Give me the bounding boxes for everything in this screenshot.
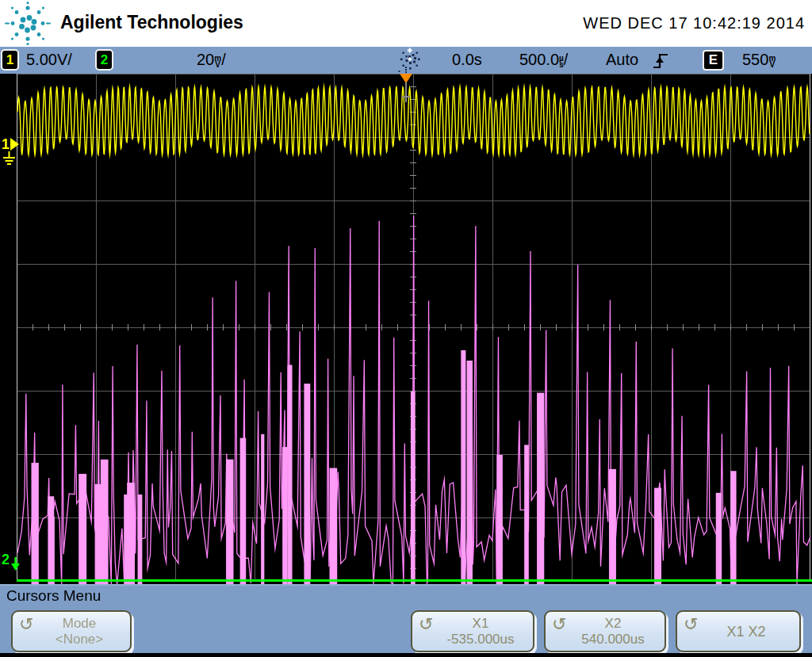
timebase-scale: 500.0µs/ [519,51,568,69]
x1-cursor-button[interactable]: ↺ X1 -535.000us [411,610,534,652]
status-bar: 1 5.00V/ 2 20mV/ 0.0s 500.0µs/ Auto E 55… [0,47,812,74]
trigger-mode: Auto [606,51,638,69]
trigger-position-tick [402,96,410,97]
x1-button-label: X1 [473,616,489,632]
x2-button-value: 540.000us [581,632,644,647]
x2-cursor-button[interactable]: ↺ X2 540.000us [544,610,666,652]
mode-button-value: <None> [56,632,104,647]
channel1-badge: 1 [1,49,19,71]
millivolt-unit: mV [768,55,776,68]
channel2-marker-label: 2 [2,552,10,567]
rotary-knob-icon: ↺ [684,614,698,635]
channel1-marker-label: 1 [2,138,10,151]
time-offset: 0.0s [452,51,482,69]
ground-symbol-icon [2,151,16,165]
x1x2-linked-button[interactable]: ↺ X1 X2 [676,610,801,652]
rotary-knob-icon: ↺ [419,614,433,635]
channel1-ground-marker[interactable]: 1 [2,138,19,165]
mode-button-label: Mode [63,616,97,632]
acquisition-sparkle-icon [398,48,422,72]
scope-display-area: 1 2 [0,74,812,584]
channel2-badge: 2 [95,49,113,71]
x1x2-button-label: X1 X2 [726,624,765,640]
millivolt-unit: mV [214,55,221,68]
rotary-knob-icon: ↺ [19,614,33,635]
bottom-bezel-strip [0,653,812,657]
trigger-level: 550mV [742,51,776,69]
time-reference-dots [405,67,407,73]
x2-button-label: X2 [605,616,622,632]
softkey-menu-bar: Cursors Menu ↺ Mode <None> ↺ X1 -535.000… [0,584,812,653]
agilent-logo-icon [5,1,51,46]
channel1-arrow-icon [10,138,19,151]
header-bar: Agilent Technologies WED DEC 17 10:42:19… [0,0,812,47]
rising-edge-trigger-icon [652,51,669,71]
datetime-display: WED DEC 17 10:42:19 2014 [583,14,805,32]
menu-title: Cursors Menu [6,587,101,605]
trigger-position-line [405,82,407,102]
channel2-position-marker[interactable]: 2 [2,552,21,571]
channel2-scale: 20mV/ [197,51,226,69]
mode-button[interactable]: ↺ Mode <None> [11,610,132,652]
brand-title: Agilent Technologies [60,12,243,33]
channel1-scale: 5.00V/ [26,51,72,69]
down-arrow-icon [10,557,21,571]
x1-button-value: -535.000us [446,632,514,647]
rotary-knob-icon: ↺ [552,614,566,635]
waveform-canvas [0,74,812,584]
external-trigger-source-badge: E [703,50,724,71]
